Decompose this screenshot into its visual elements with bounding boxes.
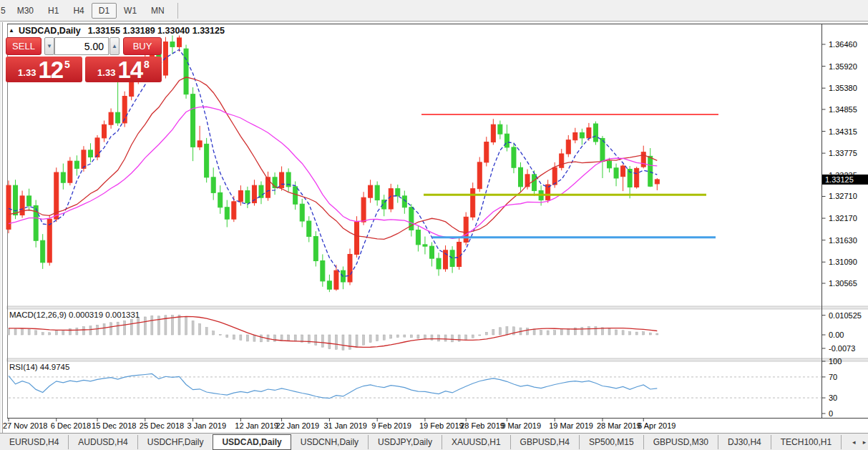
symbol-tab-bar: EURUSD,H4AUDUSD,H4USDCHF,DailyUSDCAD,Dai… [0, 433, 868, 450]
svg-text:22 Jan 2019: 22 Jan 2019 [276, 421, 320, 430]
tab-ukoil-h[interactable]: UKOil,H [841, 435, 851, 449]
timeframe-toolbar: 5M30H1H4D1W1MN [0, 0, 868, 21]
svg-text:3 Jan 2019: 3 Jan 2019 [187, 421, 226, 430]
svg-text:1.32710: 1.32710 [829, 192, 857, 200]
svg-text:31 Jan 2019: 31 Jan 2019 [323, 421, 367, 430]
timeframe-m30[interactable]: M30 [10, 3, 41, 19]
tab-gbpusd-m30[interactable]: GBPUSD,M30 [643, 435, 718, 449]
tabs-scroll-left-icon[interactable]: ◂ [852, 439, 856, 446]
toolbar-separator [177, 3, 178, 19]
chart-window: 1.364601.359201.353801.348551.343151.337… [1, 22, 868, 433]
buy-price-figure: 1.33 [97, 67, 115, 78]
svg-text:15 Dec 2018: 15 Dec 2018 [92, 421, 136, 430]
tab-gbpusd-h4[interactable]: GBPUSD,H4 [510, 435, 579, 449]
svg-text:70: 70 [829, 373, 837, 381]
timeframe-d1[interactable]: D1 [92, 3, 117, 19]
svg-text:6 Apr 2019: 6 Apr 2019 [638, 421, 676, 430]
tab-sp500-m15[interactable]: SP500,M15 [579, 435, 643, 449]
svg-text:1.33775: 1.33775 [829, 149, 857, 157]
svg-text:19 Feb 2019: 19 Feb 2019 [419, 421, 464, 430]
svg-text:1.32170: 1.32170 [829, 214, 857, 222]
tab-xauusd-h1[interactable]: XAUUSD,H1 [442, 435, 510, 449]
svg-text:0.010525: 0.010525 [829, 311, 862, 320]
svg-text:0: 0 [829, 409, 833, 418]
svg-text:1.33125: 1.33125 [825, 175, 854, 184]
timeframe-mn[interactable]: MN [144, 3, 172, 19]
timeframe-5[interactable]: 5 [0, 3, 10, 19]
sell-price-pips: 12 [38, 60, 63, 80]
svg-text:-0.0073: -0.0073 [829, 344, 855, 353]
svg-text:1.35920: 1.35920 [829, 62, 857, 71]
svg-text:1.35380: 1.35380 [829, 84, 857, 92]
svg-text:1.34315: 1.34315 [829, 127, 857, 136]
svg-text:1.36460: 1.36460 [829, 40, 857, 49]
one-click-trade-panel: SELL ▼ ▲ BUY 1.33 12 5 1.33 14 8 [6, 36, 162, 82]
buy-price-pips: 14 [117, 60, 142, 80]
tab-dj30-h4[interactable]: DJ30,H4 [718, 435, 771, 449]
tab-usdchf-daily[interactable]: USDCHF,Daily [137, 435, 213, 449]
svg-text:12 Jan 2019: 12 Jan 2019 [235, 421, 278, 430]
timeframe-h4[interactable]: H4 [66, 3, 91, 19]
volume-decrease-button[interactable]: ▼ [44, 37, 54, 55]
svg-text:27 Nov 2018: 27 Nov 2018 [3, 421, 47, 430]
svg-text:30: 30 [829, 393, 837, 402]
svg-text:28 Mar 2019: 28 Mar 2019 [597, 421, 641, 430]
tabs-scroll-right-icon[interactable]: ▸ [863, 439, 867, 446]
tab-eurusd-h4[interactable]: EURUSD,H4 [0, 435, 68, 449]
sell-button[interactable]: SELL [6, 37, 42, 55]
svg-text:28 Feb 2019: 28 Feb 2019 [460, 421, 504, 430]
svg-text:1.31090: 1.31090 [829, 258, 857, 266]
tab-usdcnh-daily[interactable]: USDCNH,Daily [291, 435, 368, 449]
sell-price-tile[interactable]: 1.33 12 5 [6, 57, 82, 82]
svg-text:19 Mar 2019: 19 Mar 2019 [549, 421, 593, 430]
svg-text:1.31630: 1.31630 [829, 236, 857, 245]
tab-usdjpy-daily[interactable]: USDJPY,Daily [368, 435, 442, 449]
svg-text:9 Mar 2019: 9 Mar 2019 [501, 421, 541, 430]
svg-text:0.00: 0.00 [829, 331, 844, 339]
svg-text:9 Feb 2019: 9 Feb 2019 [371, 421, 411, 430]
chart-canvas[interactable]: 1.364601.359201.353801.348551.343151.337… [1, 22, 868, 433]
buy-price-tile[interactable]: 1.33 14 8 [85, 57, 162, 82]
volume-input[interactable] [54, 37, 109, 55]
svg-text:25 Dec 2018: 25 Dec 2018 [140, 421, 184, 430]
volume-increase-button[interactable]: ▲ [109, 37, 120, 55]
current-price-tag: 1.33125 [822, 175, 868, 185]
timeframe-w1[interactable]: W1 [117, 3, 144, 19]
svg-text:1.30565: 1.30565 [829, 279, 857, 288]
svg-text:100: 100 [829, 357, 842, 366]
tab-usdcad-daily[interactable]: USDCAD,Daily [213, 434, 291, 450]
sell-price-figure: 1.33 [18, 67, 36, 78]
svg-text:6 Dec 2018: 6 Dec 2018 [51, 421, 91, 430]
tab-audusd-h4[interactable]: AUDUSD,H4 [68, 435, 137, 449]
svg-text:1.34855: 1.34855 [829, 105, 857, 114]
buy-price-point: 8 [144, 59, 150, 70]
buy-button[interactable]: BUY [123, 37, 162, 55]
sell-price-point: 5 [64, 59, 70, 70]
tab-tech100-h1[interactable]: TECH100,H1 [771, 435, 841, 449]
timeframe-h1[interactable]: H1 [41, 3, 66, 19]
